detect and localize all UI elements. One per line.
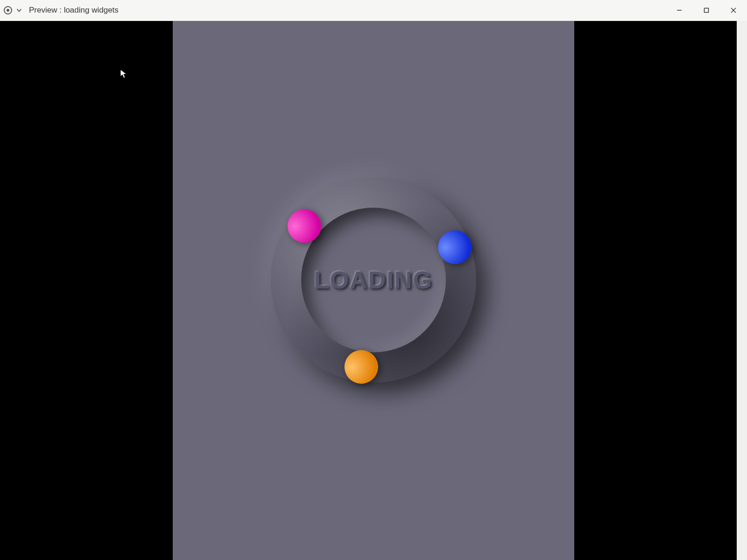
spinner-orbits [229, 136, 518, 424]
scrollbar-gutter[interactable] [737, 21, 747, 560]
app-icon [4, 6, 12, 14]
spinner-ball-pink [281, 203, 328, 250]
minimize-button[interactable] [666, 0, 693, 21]
window-title: Preview : loading widgets [29, 6, 119, 15]
app-window: Preview : loading widgets LOADING [0, 0, 747, 560]
window-controls [666, 0, 747, 21]
svg-rect-1 [705, 8, 709, 13]
content-area: LOADING [0, 21, 747, 560]
close-button[interactable] [720, 0, 747, 21]
chevron-down-icon[interactable] [16, 7, 22, 14]
preview-stage: LOADING [173, 21, 574, 560]
spinner-ball-blue [431, 224, 479, 271]
title-bar: Preview : loading widgets [0, 0, 747, 21]
loading-spinner: LOADING [271, 177, 476, 383]
spinner-ball-orange [338, 343, 385, 391]
maximize-button[interactable] [693, 0, 720, 21]
